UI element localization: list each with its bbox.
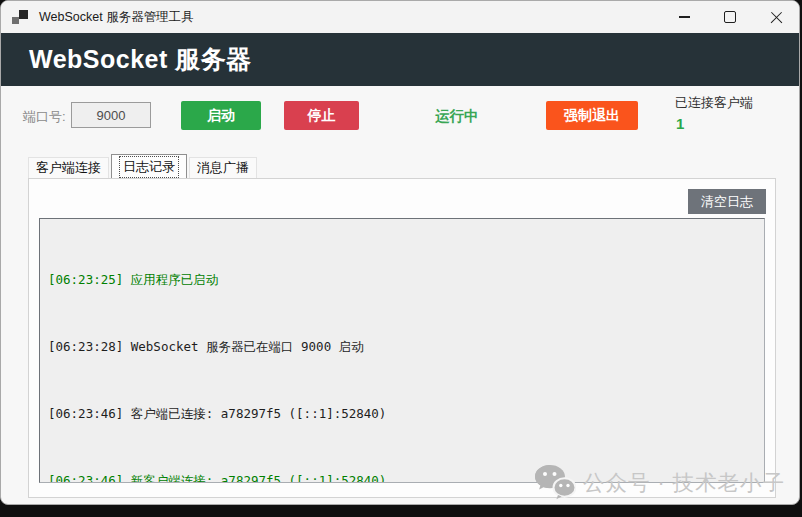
log-line: [06:23:46] 新客户端连接: a78297f5 ([::1]:52840…: [48, 470, 756, 483]
tab-client-connections[interactable]: 客户端连接: [28, 157, 109, 178]
connected-clients-count: 1: [676, 115, 684, 132]
maximize-button[interactable]: [707, 1, 753, 33]
app-icon: [12, 9, 30, 25]
tab-label: 消息广播: [197, 159, 249, 177]
maximize-icon: [724, 11, 736, 23]
tab-bar: 客户端连接 日志记录 消息广播: [28, 155, 257, 178]
force-quit-button[interactable]: 强制退出: [546, 101, 638, 130]
connected-clients-label: 已连接客户端: [675, 94, 753, 112]
minimize-icon: [679, 16, 690, 18]
page-title: WebSocket 服务器: [29, 43, 252, 76]
app-window: WebSocket 服务器管理工具 WebSocket 服务器 端口号: 启动 …: [0, 0, 800, 505]
log-output[interactable]: [06:23:25] 应用程序已启动 [06:23:28] WebSocket …: [39, 218, 765, 483]
log-line: [06:23:25] 应用程序已启动: [48, 269, 756, 291]
server-status-text: 运行中: [435, 107, 479, 126]
toolbar: 端口号: 启动 停止 运行中 强制退出 已连接客户端 1: [1, 86, 799, 156]
title-bar: WebSocket 服务器管理工具: [1, 1, 799, 33]
port-label: 端口号:: [23, 108, 66, 126]
close-button[interactable]: [753, 1, 799, 33]
app-header: WebSocket 服务器: [1, 33, 799, 86]
clear-log-button[interactable]: 清空日志: [688, 189, 766, 214]
minimize-button[interactable]: [661, 1, 707, 33]
log-line: [06:23:28] WebSocket 服务器已在端口 9000 启动: [48, 336, 756, 358]
log-tab-panel: 清空日志 [06:23:25] 应用程序已启动 [06:23:28] WebSo…: [28, 178, 776, 498]
tab-label: 日志记录: [119, 156, 179, 178]
log-line: [06:23:46] 客户端已连接: a78297f5 ([::1]:52840…: [48, 403, 756, 425]
close-icon: [770, 11, 783, 24]
stop-button[interactable]: 停止: [284, 101, 359, 130]
port-input[interactable]: [71, 102, 151, 128]
tab-log[interactable]: 日志记录: [111, 154, 187, 178]
tab-broadcast[interactable]: 消息广播: [189, 157, 257, 178]
tab-label: 客户端连接: [36, 159, 101, 177]
window-title: WebSocket 服务器管理工具: [39, 9, 194, 26]
window-controls: [661, 1, 799, 33]
start-button[interactable]: 启动: [181, 101, 261, 130]
